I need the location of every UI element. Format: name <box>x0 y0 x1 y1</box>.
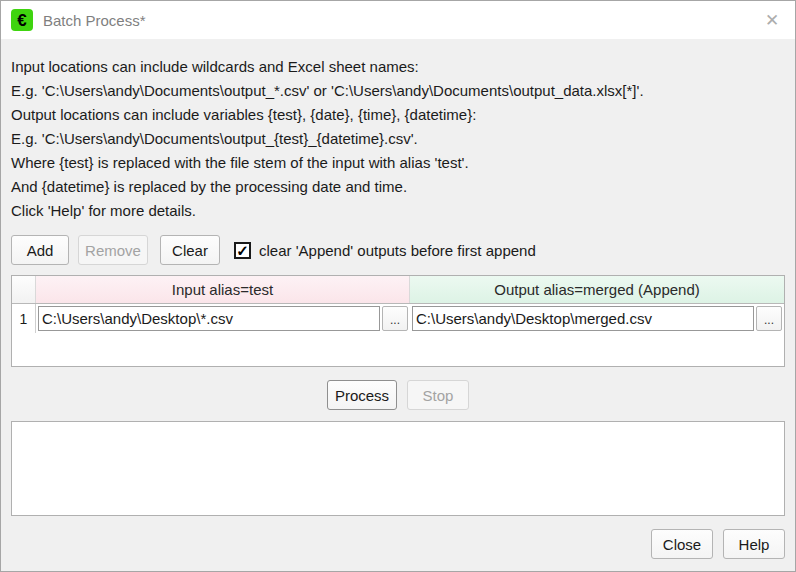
output-path-field[interactable] <box>412 306 754 331</box>
log-output-area[interactable] <box>11 421 785 516</box>
instruction-line: E.g. 'C:\Users\andy\Documents\output_{te… <box>11 127 785 151</box>
app-logo-icon: € <box>11 9 33 31</box>
instruction-line: Click 'Help' for more details. <box>11 199 785 223</box>
remove-button[interactable]: Remove <box>78 235 148 265</box>
table-header: Input alias=test Output alias=merged (Ap… <box>12 276 784 304</box>
row-number: 1 <box>12 304 36 333</box>
process-button[interactable]: Process <box>327 380 397 410</box>
clear-append-checkbox[interactable]: ✓ clear 'Append' outputs before first ap… <box>234 242 536 259</box>
input-path-cell: ... <box>36 304 410 333</box>
process-row: Process Stop <box>11 380 785 410</box>
input-browse-button[interactable]: ... <box>382 306 408 331</box>
output-column-header: Output alias=merged (Append) <box>410 276 784 303</box>
checkmark-icon: ✓ <box>234 242 251 259</box>
help-button[interactable]: Help <box>723 529 785 559</box>
close-window-icon[interactable]: ✕ <box>749 1 795 39</box>
input-column-header: Input alias=test <box>36 276 410 303</box>
output-browse-button[interactable]: ... <box>756 306 782 331</box>
instruction-line: Output locations can include variables {… <box>11 103 785 127</box>
clear-button[interactable]: Clear <box>160 235 220 265</box>
clear-append-checkbox-label: clear 'Append' outputs before first appe… <box>259 242 536 259</box>
instruction-line: E.g. 'C:\Users\andy\Documents\output_*.c… <box>11 79 785 103</box>
instructions-block: Input locations can include wildcards an… <box>11 55 785 223</box>
stop-button[interactable]: Stop <box>407 380 469 410</box>
toolbar: Add Remove Clear ✓ clear 'Append' output… <box>11 235 785 265</box>
row-number-column-header <box>12 276 36 303</box>
batch-process-dialog: € Batch Process* ✕ Input locations can i… <box>0 0 796 572</box>
input-path-field[interactable] <box>38 306 380 331</box>
table-row: 1 ... ... <box>12 304 784 333</box>
batch-table: Input alias=test Output alias=merged (Ap… <box>11 275 785 367</box>
add-button[interactable]: Add <box>11 235 69 265</box>
output-path-cell: ... <box>410 304 784 333</box>
footer: Close Help <box>1 516 795 572</box>
instruction-line: Where {test} is replaced with the file s… <box>11 151 785 175</box>
title-bar: € Batch Process* ✕ <box>1 1 795 39</box>
instruction-line: And {datetime} is replaced by the proces… <box>11 175 785 199</box>
instruction-line: Input locations can include wildcards an… <box>11 55 785 79</box>
window-title: Batch Process* <box>43 12 146 29</box>
dialog-content: Input locations can include wildcards an… <box>1 39 795 516</box>
close-button[interactable]: Close <box>651 529 713 559</box>
